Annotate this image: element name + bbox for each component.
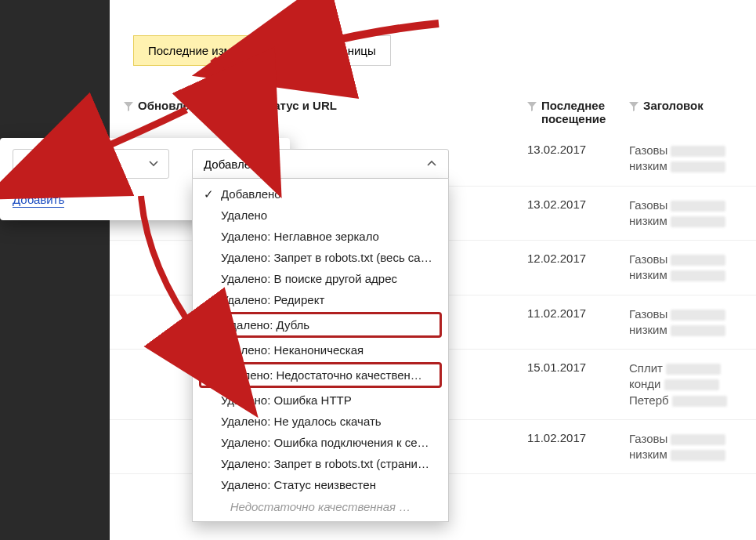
- filter-type-select[interactable]: Статус: [13, 149, 169, 179]
- title-line: Газовы: [629, 198, 731, 213]
- title-line: Газовы: [629, 431, 731, 447]
- select-label: Статус: [23, 158, 60, 171]
- blurred-text: [671, 255, 725, 266]
- filter-icon: [245, 102, 255, 111]
- status-dropdown: Добавлено ДобавленоУдаленоУдалено: Негла…: [192, 149, 449, 522]
- title-line: низким: [629, 322, 731, 338]
- title-line: низким: [629, 158, 731, 174]
- blurred-text: [671, 161, 725, 172]
- tab-all-pages[interactable]: Все страницы: [285, 35, 391, 66]
- cell-title: Газовынизким: [629, 198, 731, 230]
- status-option[interactable]: Удалено: Дубль: [199, 312, 442, 338]
- status-option-list: ДобавленоУдаленоУдалено: Неглавное зерка…: [192, 179, 449, 522]
- cell-title: Газовынизким: [629, 143, 731, 175]
- blurred-text: [671, 325, 725, 336]
- status-option[interactable]: Удалено: Запрет в robots.txt (страница): [193, 453, 448, 474]
- filter-icon: [629, 102, 638, 111]
- filter-icon: [124, 102, 133, 111]
- table-header: Обновление Статус и URL Последнее посеще…: [110, 94, 756, 130]
- cell-last-visit: 13.02.2017: [527, 143, 629, 156]
- blurred-text: [671, 146, 725, 157]
- blurred-text: [671, 201, 725, 212]
- status-selected-label: Добавлено: [204, 158, 264, 171]
- blurred-text: [671, 216, 725, 227]
- status-option[interactable]: Удалено: В поиске другой адрес: [193, 268, 448, 289]
- cell-last-visit: 11.02.2017: [527, 431, 629, 444]
- blurred-text: [664, 379, 719, 390]
- status-option[interactable]: Удалено: Неглавное зеркало: [193, 226, 448, 247]
- status-option[interactable]: Удалено: Запрет в robots.txt (весь сайт): [193, 247, 448, 268]
- page-panel: Последние изменения Все страницы Обновле…: [110, 0, 756, 540]
- blurred-text: [671, 310, 725, 321]
- cell-title: Газовынизким: [629, 431, 731, 463]
- cell-last-visit: 11.02.2017: [527, 306, 629, 320]
- chevron-up-icon: [426, 158, 437, 169]
- status-option[interactable]: Удалено: Ошибка HTTP: [193, 390, 448, 411]
- tabs: Последние изменения Все страницы: [133, 35, 391, 66]
- column-status-url[interactable]: Статус и URL: [245, 94, 527, 130]
- cell-title: Газовынизким: [629, 252, 731, 284]
- status-option[interactable]: Удалено: Недостаточно качественная: [199, 362, 442, 388]
- status-option[interactable]: Удалено: Редирект: [193, 289, 448, 310]
- column-last-visit[interactable]: Последнее посещение: [527, 94, 629, 130]
- cell-last-visit: 15.01.2017: [527, 361, 629, 374]
- status-option[interactable]: Удалено: Неканоническая: [193, 339, 448, 361]
- status-option[interactable]: Удалено: Ошибка подключения к серв…: [193, 432, 448, 453]
- add-filter-link[interactable]: Добавить: [13, 193, 64, 208]
- chevron-down-icon: [148, 158, 159, 169]
- status-select-head[interactable]: Добавлено: [192, 149, 449, 179]
- filter-icon: [527, 102, 537, 111]
- blurred-text: [666, 364, 721, 375]
- column-label: Последнее посещение: [541, 99, 629, 125]
- title-line: конди: [629, 376, 731, 392]
- column-label: Статус и URL: [259, 99, 337, 112]
- column-title[interactable]: Заголовок: [629, 94, 731, 130]
- title-line: низким: [629, 447, 731, 462]
- blurred-text: [671, 450, 725, 461]
- title-line: Газовы: [629, 306, 731, 322]
- column-update[interactable]: Обновление: [124, 94, 245, 130]
- status-option[interactable]: Удалено: Статус неизвестен: [193, 474, 448, 495]
- status-option[interactable]: Удалено: [193, 205, 448, 226]
- tab-recent-changes[interactable]: Последние изменения: [133, 35, 285, 66]
- title-line: Сплит: [629, 361, 731, 376]
- cell-title: Газовынизким: [629, 306, 731, 339]
- title-line: Газовы: [629, 143, 731, 158]
- column-label: Заголовок: [643, 99, 704, 112]
- cell-title: СплиткондиПетерб: [629, 361, 731, 408]
- cell-last-visit: 13.02.2017: [527, 198, 629, 211]
- title-line: Петерб: [629, 393, 731, 408]
- blurred-text: [671, 434, 725, 445]
- status-dropdown-footer: Недостаточно качественная …: [193, 495, 448, 515]
- title-line: низким: [629, 267, 731, 283]
- status-option[interactable]: Удалено: Не удалось скачать: [193, 411, 448, 432]
- title-line: Газовы: [629, 252, 731, 267]
- status-option[interactable]: Добавлено: [193, 183, 448, 205]
- cell-last-visit: 12.02.2017: [527, 252, 629, 265]
- title-line: низким: [629, 213, 731, 229]
- blurred-text: [672, 396, 727, 407]
- blurred-text: [671, 270, 725, 281]
- column-label: Обновление: [138, 99, 210, 112]
